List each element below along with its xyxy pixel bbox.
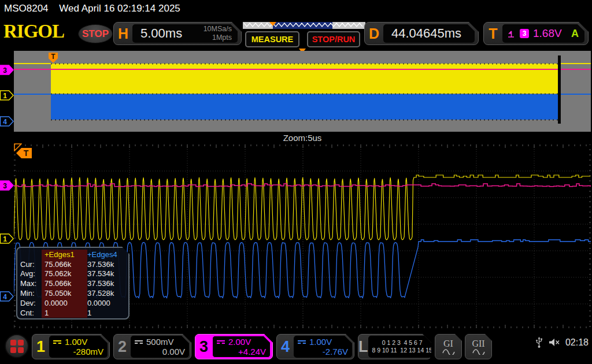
run-state-indicator[interactable]: STOP	[78, 24, 113, 43]
measure-value: 37.536k	[87, 260, 128, 269]
horizontal-timebase-block[interactable]: H 5.00ms 10MSa/s 1Mpts	[113, 22, 242, 45]
channel-3-display: 2.00V +4.24V	[212, 336, 271, 358]
measure-button[interactable]: MEASURE	[245, 31, 299, 47]
measure-value: 75.050k	[42, 288, 87, 298]
channel-4-box[interactable]: 4 1.00V -2.76V	[276, 334, 354, 359]
generator-1-box[interactable]: GI	[435, 334, 462, 359]
delay-block[interactable]: D 44.04645ms	[364, 22, 479, 45]
logic-display: 0 1 2 3 4 5 6 7 8 9 10 11 12 13 14 15	[368, 336, 436, 358]
overview-ch3-marker[interactable]: 3	[0, 65, 14, 75]
sample-rate: 10MSa/s	[204, 25, 232, 33]
svg-text:3: 3	[3, 66, 7, 75]
measure-row-label: Cur:	[20, 260, 42, 269]
channel-3-scale: 2.00V	[228, 337, 251, 347]
measure-col1-header: +Edges1	[42, 250, 87, 259]
dc-coupling-icon	[298, 339, 306, 345]
stop-run-button[interactable]: STOP/RUN	[307, 31, 360, 47]
measure-row-label: Min:	[20, 289, 42, 298]
measure-row-label: Avg:	[20, 269, 42, 278]
menu-button[interactable]	[5, 334, 29, 358]
mute-speaker-icon	[548, 337, 560, 347]
trigger-source-badge: 3	[520, 29, 529, 38]
channel-2-box[interactable]: 2 500mV 0.00V	[113, 334, 191, 359]
sine-wave-icon	[442, 349, 455, 355]
channel-4-number: 4	[277, 338, 294, 356]
datetime: Wed April 16 02:19:14 2025	[59, 3, 180, 14]
trigger-block[interactable]: T 3 1.68V A	[483, 22, 589, 45]
main-waveform-window	[14, 51, 591, 132]
measure-value: 37.534k	[87, 269, 128, 278]
channel-4-offset: -2.76V	[298, 347, 348, 356]
trigger-display: 3 1.68V A	[502, 24, 584, 43]
measure-value: 37.528k	[87, 289, 128, 298]
delay-value: 44.04645ms	[383, 26, 461, 41]
svg-text:4: 4	[3, 118, 7, 126]
zoom-trigger-flag[interactable]: T	[15, 146, 32, 160]
sine-wave-icon	[472, 349, 485, 355]
bottom-status-bar: 1 1.00V -280mV 2 500mV 0.00V 3 2.00V +4.…	[0, 330, 592, 364]
logic-key-label: L	[358, 338, 368, 356]
measurement-statistics-panel[interactable]: +Edges1 +Edges4 Cur: 75.066k 37.536k Avg…	[16, 247, 130, 320]
channel-4-scale: 1.00V	[309, 337, 332, 347]
timebase-value: 5.00ms	[132, 26, 204, 41]
channel-3-number: 3	[195, 338, 212, 356]
horizontal-position-indicator[interactable]	[243, 21, 365, 30]
svg-text:4: 4	[3, 293, 7, 301]
acquisition-info: 10MSa/s 1Mpts	[204, 25, 238, 42]
measure-value: 1	[87, 309, 128, 317]
toolbar: RIGOL STOP H 5.00ms 10MSa/s 1Mpts MEASUR…	[0, 17, 592, 49]
svg-text:1: 1	[3, 92, 7, 100]
svg-text:1: 1	[3, 235, 7, 243]
zoom-trigger-flag-label: T	[24, 148, 29, 158]
delay-display: 44.04645ms	[383, 24, 475, 43]
channel-1-display: 1.00V -280mV	[49, 336, 108, 358]
dc-coupling-icon	[217, 339, 225, 345]
status-icons: 02:18	[535, 336, 589, 348]
d-key-label: D	[365, 25, 383, 42]
timebase-display: 5.00ms 10MSa/s 1Mpts	[132, 24, 238, 43]
logic-row-2: 8 9 10 11 12 13 14 15	[372, 347, 432, 354]
dc-coupling-icon	[53, 339, 61, 345]
title-bar: MSO8204 Wed April 16 02:19:14 2025	[0, 0, 592, 17]
usb-icon	[535, 336, 543, 348]
trigger-sweep-mode: A	[571, 28, 584, 40]
edge-trigger-icon	[507, 29, 516, 38]
overview-ch1-marker[interactable]: 1	[0, 90, 14, 101]
measure-value: 0.0000	[87, 299, 128, 307]
overview-ch4-marker[interactable]: 4	[0, 116, 14, 127]
measure-value: 37.536k	[87, 279, 128, 288]
measure-row-label: Max:	[20, 279, 42, 288]
overview-trigger-flag[interactable]: T	[48, 52, 58, 64]
zoom-ch3-marker[interactable]: 3	[0, 180, 14, 191]
logic-channels-box[interactable]: L 0 1 2 3 4 5 6 7 8 9 10 11 12 13 14 15	[358, 334, 431, 359]
zoom-ch4-marker[interactable]: 4	[0, 291, 14, 302]
zoom-timebase-label: Zoom:5us	[14, 133, 591, 143]
channel-1-scale: 1.00V	[65, 337, 87, 347]
measure-value: 75.066k	[42, 259, 87, 269]
measure-row-label: Cnt:	[20, 309, 42, 317]
memory-depth: 1Mpts	[212, 34, 232, 42]
svg-text:3: 3	[3, 182, 7, 190]
measure-value: 75.066k	[42, 278, 87, 288]
channel-2-display: 500mV 0.00V	[131, 336, 189, 358]
measure-value: 75.062k	[42, 269, 87, 279]
oscilloscope-screen: MSO8204 Wed April 16 02:19:14 2025 RIGOL…	[0, 0, 592, 364]
overview-trigger-flag-label: T	[51, 53, 56, 61]
channel-1-box[interactable]: 1 1.00V -280mV	[32, 334, 110, 359]
zoom-ch1-marker[interactable]: 1	[0, 233, 14, 244]
measure-value: 0.0000	[42, 298, 87, 308]
generator-2-box[interactable]: GII	[465, 334, 492, 359]
menu-grid-icon	[10, 340, 24, 353]
generator-2-label: GII	[472, 339, 484, 349]
model-name: MSO8204	[4, 3, 49, 14]
dc-coupling-icon	[135, 339, 143, 345]
channel-2-number: 2	[114, 338, 131, 356]
channel-2-scale: 500mV	[146, 337, 174, 347]
channel-2-offset: 0.00V	[135, 347, 185, 356]
trigger-level-value: 1.68V	[533, 27, 562, 40]
h-key-label: H	[114, 25, 132, 42]
measure-value: 1	[42, 308, 87, 318]
generator-1-label: GI	[443, 339, 453, 349]
channel-3-box[interactable]: 3 2.00V +4.24V	[195, 334, 273, 359]
measure-col2-header: +Edges4	[87, 250, 128, 259]
